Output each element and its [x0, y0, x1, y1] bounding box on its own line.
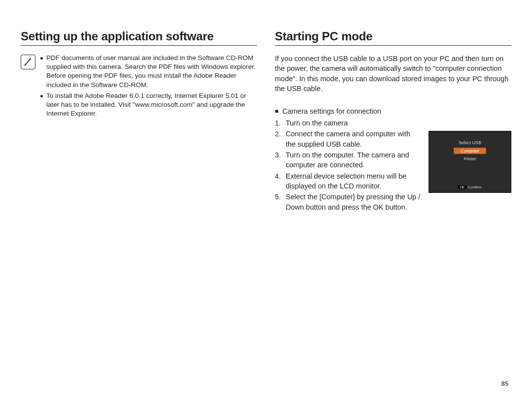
lcd-option-computer: Computer: [454, 148, 486, 154]
lcd-footer: OKConfirm: [429, 185, 511, 189]
intro-paragraph: If you connect the USB cable to a USB po…: [275, 54, 511, 93]
note-item: PDF documents of user manual are include…: [40, 54, 257, 90]
step-item: Turn on the camera: [275, 118, 421, 128]
step-item: Connect the camera and computer with the…: [275, 129, 421, 149]
confirm-label: Confirm: [468, 185, 482, 189]
step-item: Turn on the computer. The camera and com…: [275, 150, 421, 170]
page-number: 85: [501, 380, 508, 387]
lcd-option-printer: Printer: [454, 155, 486, 162]
note-block: PDF documents of user manual are include…: [21, 54, 257, 121]
steps-list: Turn on the camera Connect the camera an…: [275, 118, 421, 213]
note-icon: [21, 55, 35, 69]
lcd-screenshot: Select USB Computer Printer OKConfirm: [429, 131, 511, 193]
right-column: Starting PC mode If you connect the USB …: [275, 30, 511, 381]
left-heading: Setting up the application software: [21, 30, 257, 46]
step-item: Select the [Computer] by pressing the Up…: [275, 192, 421, 212]
subsection-heading: Camera settings for connection: [275, 107, 511, 115]
ok-badge: OK: [458, 185, 466, 189]
step-item: External device selection menu will be d…: [275, 171, 421, 191]
steps-wrapper: Turn on the camera Connect the camera an…: [275, 118, 511, 213]
manual-page: Setting up the application software PDF …: [0, 0, 532, 401]
note-item: To install the Adobe Reader 6.0.1 correc…: [40, 92, 257, 119]
note-list: PDF documents of user manual are include…: [40, 54, 257, 121]
right-heading: Starting PC mode: [275, 30, 511, 46]
left-column: Setting up the application software PDF …: [21, 30, 257, 381]
lcd-title: Select USB: [459, 140, 481, 145]
